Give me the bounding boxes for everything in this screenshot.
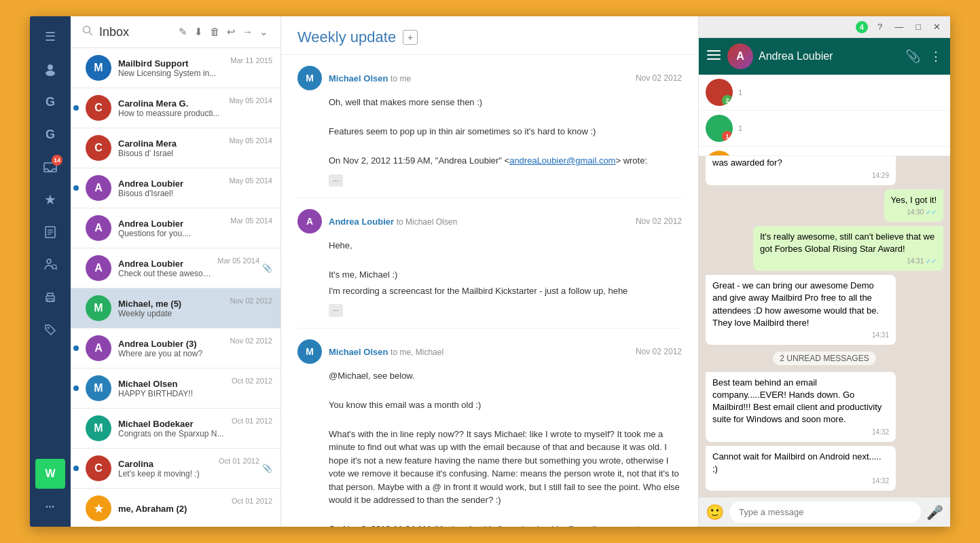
tags-icon[interactable] [35,315,65,345]
email-list-item[interactable]: MMailbird SupportNew Licensing System in… [71,48,280,88]
email-from: Michael Bodekaer [118,419,228,429]
wa-msg-text: Great - we can bring our awesome Demo an… [712,280,889,329]
wa-contact-badge: 1 [722,131,733,142]
email-date: Nov 02 2012 [230,295,272,305]
wa-close-button[interactable]: ✕ [930,20,943,33]
wa-attach-icon[interactable]: 📎 [905,49,920,64]
msg-from-wrap: Andrea Loubier to Michael Olsen [329,215,457,227]
msg-body: Hehe,It's me, Michael :)I'm recording a … [297,239,682,317]
msg-line: On Nov 2, 2012 11:59 AM, "Andrea Loubier… [329,154,682,168]
email-list-header: Inbox ✎ ⬇ 🗑 ↩ → ⌄ [71,16,280,48]
notes-icon[interactable] [35,217,65,247]
email-list-item[interactable]: MMichael BodekaerCongrats on the Sparxup… [71,409,280,449]
email-list-item[interactable]: CCarolinaLet's keep it moving! :)Oct 01 … [71,449,280,489]
msg-from-wrap: Michael Olsen to me, Michael [329,345,443,358]
printer-icon[interactable] [35,282,65,312]
wa-contact-avatar-sm: 2 [706,79,733,106]
email-list-item[interactable]: MMichael OlsenHAPPY BIRTHDAY!!Oct 02 201… [71,369,280,409]
msg-line: You know this email was a month old :) [329,398,682,412]
email-date: Mar 11 2015 [230,55,272,64]
email-list-item[interactable]: CCarolina MeraBisous d' IsraelMay 05 201… [71,128,280,168]
whatsapp-icon[interactable]: W [35,459,65,489]
wa-options-icon[interactable]: ⋮ [930,49,942,64]
wa-contact-item[interactable]: 31 [699,147,950,156]
msg-date: Nov 02 2012 [636,347,682,356]
wa-mic-button[interactable]: 🎤 [926,504,943,521]
search-icon[interactable] [81,24,94,39]
filter-icon[interactable]: ⌄ [258,24,270,39]
msg-to: to me [391,74,411,83]
reply-icon[interactable]: ↩ [225,24,237,39]
email-info: Carolina MeraBisous d' Israel [118,138,225,158]
wa-help-button[interactable]: ? [875,20,885,33]
inbox-icon[interactable]: 14 [35,152,65,182]
attach-icon: 📎 [262,263,272,273]
msg-body: Oh, well that makes more sense then :)Fe… [297,96,682,187]
email-list-item[interactable]: AAndrea LoubierQuestions for you....Mar … [71,208,280,248]
wa-contact-item[interactable]: 21 [699,75,950,111]
wa-contact-item[interactable]: 11 [699,111,950,147]
email-list-item[interactable]: AAndrea LoubierBisous d'Israel!May 05 20… [71,168,280,208]
email-avatar: A [86,175,111,201]
forward-icon[interactable]: → [241,24,254,39]
email-info: Andrea LoubierBisous d'Israel! [118,179,225,198]
email-list-item[interactable]: AAndrea Loubier (3)Where are you at now?… [71,329,280,369]
contacts-icon[interactable] [35,54,65,84]
wa-message-input[interactable] [729,502,921,523]
msg-avatar: M [297,339,322,364]
wa-menu-icon[interactable] [707,48,721,65]
wa-header: A Andrea Loubier 📎 ⋮ [699,38,950,75]
menu-icon[interactable]: ☰ [35,22,65,52]
add-to-thread-button[interactable]: + [403,30,418,45]
email-list-item[interactable]: AAndrea LoubierCheck out these awesome i… [71,248,280,288]
unread-dot [73,185,79,191]
delete-icon[interactable]: 🗑 [208,24,221,39]
email-avatar: C [86,95,111,121]
message-block: MMichael Olsen to me, MichaelNov 02 2012… [297,329,682,527]
msg-to: to me, Michael [391,348,443,357]
wa-unread-divider: 2 UNREAD MESSAGES [773,352,875,365]
svg-rect-15 [707,50,721,52]
wa-contact-badge: 2 [722,95,733,106]
wa-msg-text: Cannot wait for Mailbird on Android next… [712,451,889,475]
email-info: Michael OlsenHAPPY BIRTHDAY!! [118,379,228,398]
wa-check-icon: ✓✓ [926,208,937,216]
email-from: Carolina Mera G. [118,98,225,109]
message-block: AAndrea Loubier to Michael OlsenNov 02 2… [297,198,682,329]
email-info: me, Abraham (2) [118,504,228,514]
email-avatar: M [86,295,111,321]
unread-dot [73,466,79,471]
svg-point-12 [48,327,50,329]
email-from: Michael Olsen [118,379,228,389]
email-list-item[interactable]: MMichael, me (5)Weekly updateNov 02 2012 [71,288,280,329]
svg-point-7 [47,259,51,263]
wa-minimize-button[interactable]: — [892,20,906,33]
email-avatar: A [86,335,111,361]
expand-button[interactable]: ··· [329,174,343,187]
msg-from: Michael Olsen [329,73,391,83]
email-info: Mailbird SupportNew Licensing System in.… [118,58,226,78]
thread-header: Weekly update + [281,16,698,55]
wa-messages: TODAYMessages you send to this chat and … [699,156,950,498]
email-list-item[interactable]: CCarolina Mera G.How to meassure product… [71,88,280,128]
message-block: MMichael Olsen to meNov 02 2012Oh, well … [297,55,682,198]
email-subject: Where are you at now? [118,349,226,358]
toolbar-icons: ✎ ⬇ 🗑 ↩ → ⌄ [177,24,270,39]
email-avatar: M [86,375,111,401]
email-list-item[interactable]: ★me, Abraham (2)Oct 01 2012 [71,489,280,527]
email-from: Carolina Mera [118,138,225,149]
compose-icon[interactable]: ✎ [177,24,189,39]
expand-button[interactable]: ··· [329,304,343,317]
star-icon[interactable]: ★ [35,185,65,214]
wa-msg-text: Best team behind an email company.....EV… [712,377,889,426]
google2-icon[interactable]: G [35,119,65,149]
email-info: Michael BodekaerCongrats on the Sparxup … [118,419,228,438]
download-icon[interactable]: ⬇ [193,24,204,39]
search-people-icon[interactable] [35,250,65,280]
more-icon[interactable]: ••• [35,491,65,521]
google-icon[interactable]: G [35,87,65,117]
wa-emoji-button[interactable]: 🙂 [706,504,724,521]
wa-maximize-button[interactable]: □ [913,20,924,33]
email-info: Michael, me (5)Weekly update [118,299,226,318]
wa-msg-text: Hey Abe! Did you see the calendar invita… [712,156,889,170]
